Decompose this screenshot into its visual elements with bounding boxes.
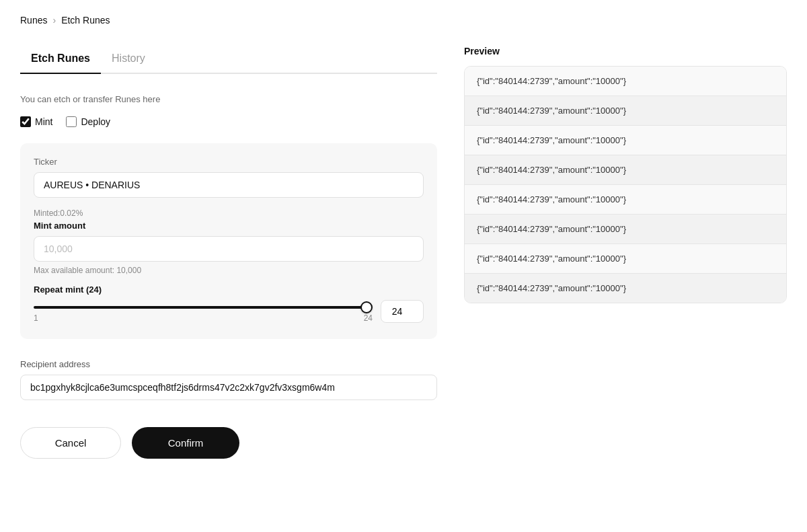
preview-item: {"id":"840144:2739","amount":"10000"} <box>465 96 786 126</box>
ticker-label: Ticker <box>34 157 424 167</box>
mint-amount-input[interactable] <box>34 236 424 262</box>
left-panel: Etch Runes History You can etch or trans… <box>20 46 437 459</box>
slider-value-input[interactable] <box>381 300 424 323</box>
preview-title: Preview <box>464 46 787 56</box>
button-row: Cancel Confirm <box>20 427 437 459</box>
minted-info: Minted:0.02% <box>34 208 424 218</box>
preview-item: {"id":"840144:2739","amount":"10000"} <box>465 126 786 155</box>
deploy-label: Deploy <box>81 116 110 127</box>
preview-item: {"id":"840144:2739","amount":"10000"} <box>465 155 786 185</box>
mint-checkbox[interactable] <box>20 116 31 127</box>
breadcrumb: Runes › Etch Runes <box>0 0 807 26</box>
breadcrumb-separator: › <box>52 15 56 26</box>
repeat-mint-label: Repeat mint (24) <box>34 284 424 295</box>
tab-etch-runes[interactable]: Etch Runes <box>20 46 101 74</box>
breadcrumb-current: Etch Runes <box>61 15 110 26</box>
breadcrumb-root[interactable]: Runes <box>20 15 47 26</box>
preview-item: {"id":"840144:2739","amount":"10000"} <box>465 244 786 274</box>
mint-amount-label: Mint amount <box>34 221 424 231</box>
deploy-checkbox[interactable] <box>66 116 77 127</box>
checkbox-row: Mint Deploy <box>20 116 437 127</box>
deploy-checkbox-label[interactable]: Deploy <box>66 116 110 127</box>
repeat-mint-slider[interactable] <box>34 306 373 309</box>
slider-container: 1 24 <box>34 300 373 323</box>
recipient-section: Recipient address <box>20 359 437 400</box>
slider-min-label: 1 <box>34 313 38 323</box>
max-available-text: Max available amount: 10,000 <box>34 266 424 275</box>
preview-item: {"id":"840144:2739","amount":"10000"} <box>465 185 786 215</box>
slider-row: 1 24 <box>34 300 424 323</box>
right-panel: Preview {"id":"840144:2739","amount":"10… <box>464 46 787 459</box>
form-section: Ticker Minted:0.02% Mint amount Max avai… <box>20 143 437 339</box>
preview-item: {"id":"840144:2739","amount":"10000"} <box>465 215 786 244</box>
tabs: Etch Runes History <box>20 46 437 74</box>
slider-labels: 1 24 <box>34 313 373 323</box>
recipient-input[interactable] <box>20 375 437 400</box>
confirm-button[interactable]: Confirm <box>132 427 239 459</box>
preview-box: {"id":"840144:2739","amount":"10000"}{"i… <box>464 66 787 303</box>
mint-checkbox-label[interactable]: Mint <box>20 116 52 127</box>
ticker-input[interactable] <box>34 172 424 198</box>
main-content: Etch Runes History You can etch or trans… <box>0 26 807 479</box>
subtitle: You can etch or transfer Runes here <box>20 94 437 104</box>
preview-item: {"id":"840144:2739","amount":"10000"} <box>465 274 786 303</box>
cancel-button[interactable]: Cancel <box>20 427 121 459</box>
preview-item: {"id":"840144:2739","amount":"10000"} <box>465 67 786 96</box>
recipient-label: Recipient address <box>20 359 437 369</box>
tab-history[interactable]: History <box>101 46 156 74</box>
mint-label: Mint <box>35 116 52 127</box>
slider-max-label: 24 <box>364 313 373 323</box>
